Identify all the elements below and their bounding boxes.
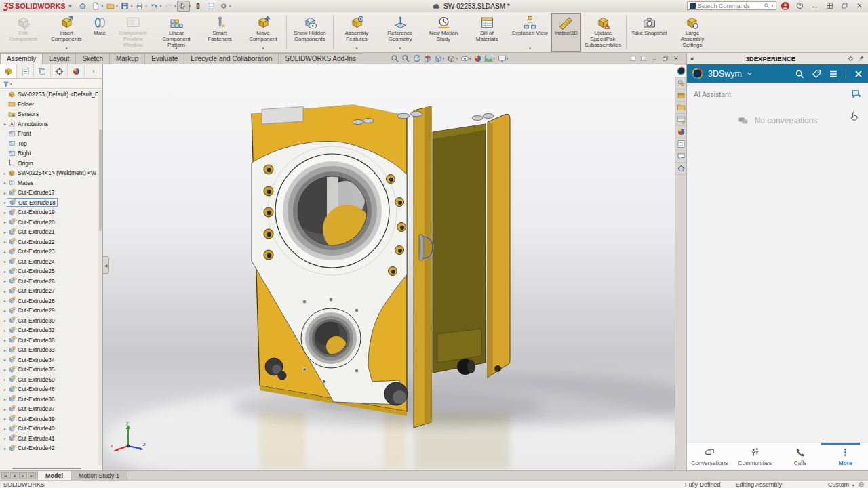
close-doc-button[interactable] xyxy=(673,55,679,62)
tree-item-front[interactable]: Front xyxy=(0,129,102,139)
menu-icon[interactable] xyxy=(829,69,838,79)
ribbon-linear-component-pattern-button[interactable]: Linear Component Pattern▾ xyxy=(155,13,198,52)
tree-tab-feature-manager[interactable] xyxy=(0,64,17,78)
tree-item-body[interactable]: Folder xyxy=(8,100,34,108)
tree-item-body[interactable]: Cut-Extrude42 xyxy=(8,445,55,452)
expand-arrow-icon[interactable]: ▸ xyxy=(2,387,8,392)
tab-scroll-button[interactable]: |◀ xyxy=(1,472,9,479)
tree-tab-configuration-manager[interactable] xyxy=(34,64,51,78)
dropdown-caret-icon[interactable]: ▾ xyxy=(399,47,401,50)
task-pane-compass-tab[interactable] xyxy=(675,65,686,77)
ribbon-reference-geometry-button[interactable]: Reference Geometry▾ xyxy=(378,13,422,52)
tree-item-cut-extrude28[interactable]: ▸Cut-Extrude28 xyxy=(0,296,102,306)
tree-item-cut-extrude27[interactable]: ▸Cut-Extrude27 xyxy=(0,286,102,296)
task-pane-ball-tab[interactable] xyxy=(675,126,686,138)
filter-funnel-icon[interactable] xyxy=(3,81,9,87)
dropdown-caret-icon[interactable]: ▾ xyxy=(176,47,178,50)
tree-item-cut-extrude35[interactable]: ▸Cut-Extrude35 xyxy=(0,365,102,375)
print-caret-icon[interactable]: ▾ xyxy=(145,4,147,8)
task-pane-gears-tab[interactable] xyxy=(675,77,686,89)
tree-item-body[interactable]: Right xyxy=(8,150,31,157)
ribbon-bill-of-materials-button[interactable]: Bill of Materials xyxy=(465,13,509,52)
headsup-zoom-area-button[interactable] xyxy=(401,54,410,63)
dropdown-caret-icon[interactable]: ▾ xyxy=(66,47,68,50)
tree-item-cut-extrude48[interactable]: ▸Cut-Extrude48 xyxy=(0,384,102,394)
minimize-button[interactable] xyxy=(651,55,658,62)
tree-item-sw-02253[interactable]: SW-02253 (Default) <Default_Displa xyxy=(0,89,102,100)
tag-icon[interactable] xyxy=(812,69,821,79)
select-cursor-caret-icon[interactable]: ▾ xyxy=(189,4,191,8)
save-button[interactable] xyxy=(119,1,132,12)
tree-item-cut-extrude17[interactable]: ▸Cut-Extrude17 xyxy=(0,188,102,198)
tree-item-cut-extrude24[interactable]: ▸Cut-Extrude24 xyxy=(0,257,102,267)
swym-app-name[interactable]: 3DSwym xyxy=(708,69,742,79)
tree-item-cut-extrude37[interactable]: ▸Cut-Extrude37 xyxy=(0,404,102,414)
tree-item-body[interactable]: SW-02254<1> (Weldment) <W xyxy=(8,169,96,177)
tree-tab-property-manager[interactable] xyxy=(17,64,34,78)
pin-icon[interactable] xyxy=(857,55,865,62)
tree-item-body[interactable]: SW-02253 (Default) <Default_Displa xyxy=(8,91,102,98)
filter-caret-icon[interactable]: ▾ xyxy=(10,82,12,86)
tree-item-cut-extrude42[interactable]: ▸Cut-Extrude42 xyxy=(0,443,102,453)
ribbon-mate-button[interactable]: Mate xyxy=(88,13,111,52)
tree-item-body[interactable]: Annotations xyxy=(8,120,48,127)
ribbon-insert-components-button[interactable]: Insert Components▾ xyxy=(45,13,88,52)
tree-item-cut-extrude19[interactable]: ▸Cut-Extrude19 xyxy=(0,207,102,218)
collapse-panel-icon[interactable]: « xyxy=(690,55,694,62)
units-selector[interactable]: Custom ▴ xyxy=(828,481,865,488)
pane-right-button[interactable] xyxy=(640,55,647,62)
tree-item-body[interactable]: Cut-Extrude18 xyxy=(7,198,58,207)
tree-item-body[interactable]: Cut-Extrude41 xyxy=(8,434,55,442)
headsup-edit-appearance-button[interactable] xyxy=(473,54,482,63)
dropdown-caret-icon[interactable]: ▾ xyxy=(469,56,471,60)
3d-model-gearbox-housing[interactable] xyxy=(103,64,675,470)
dropdown-caret-icon[interactable]: ▾ xyxy=(456,56,458,60)
tree-item-body[interactable]: Sensors xyxy=(8,110,39,118)
headsup-zoom-fit-button[interactable] xyxy=(391,54,399,63)
doc-tab-model[interactable]: Model xyxy=(37,471,71,480)
tree-item-body[interactable]: Cut-Extrude28 xyxy=(8,297,55,304)
dropdown-caret-icon[interactable]: ▾ xyxy=(356,47,358,50)
expand-arrow-icon[interactable]: ▸ xyxy=(2,180,8,185)
tree-item-mates[interactable]: ▸Mates xyxy=(0,178,102,188)
expand-arrow-icon[interactable]: ▸ xyxy=(2,367,8,372)
tab-lifecycle-and-collaboration[interactable]: Lifecycle and Collaboration xyxy=(184,53,279,64)
graphics-viewport[interactable]: ◀ y x z xyxy=(103,64,675,470)
tree-item-body[interactable]: Cut-Extrude36 xyxy=(8,395,55,403)
tab-solidworks-add-ins[interactable]: SOLIDWORKS Add-Ins xyxy=(278,53,362,64)
layout-grid-button[interactable] xyxy=(824,1,835,11)
expand-arrow-icon[interactable]: ▸ xyxy=(2,436,8,441)
tree-item-body[interactable]: Cut-Extrude22 xyxy=(8,238,55,245)
expand-arrow-icon[interactable]: ▸ xyxy=(2,407,8,411)
ribbon-instant3d-button[interactable]: Instant3D xyxy=(551,13,581,52)
tree-item-cut-extrude50[interactable]: ▸Cut-Extrude50 xyxy=(0,375,102,385)
swym-nav-more[interactable]: More xyxy=(823,443,868,470)
ribbon-smart-fasteners-button[interactable]: Smart Fasteners xyxy=(198,13,241,52)
dropdown-caret-icon[interactable]: ▾ xyxy=(443,56,445,60)
tree-item-cut-extrude21[interactable]: ▸Cut-Extrude21 xyxy=(0,227,102,237)
tree-item-cut-extrude30[interactable]: ▸Cut-Extrude30 xyxy=(0,316,102,326)
expand-arrow-icon[interactable]: ▸ xyxy=(2,377,8,382)
dropdown-caret-icon[interactable]: ▾ xyxy=(507,56,509,60)
home-button[interactable] xyxy=(77,1,90,12)
expand-arrow-icon[interactable]: ▸ xyxy=(2,239,8,244)
ribbon-new-motion-study-button[interactable]: New Motion Study xyxy=(422,13,465,52)
tree-item-sensors[interactable]: Sensors xyxy=(0,109,102,119)
tree-item-body[interactable]: Cut-Extrude29 xyxy=(8,307,55,314)
tab-scroll-button[interactable]: ◀ xyxy=(10,472,18,479)
tree-item-cut-extrude23[interactable]: ▸Cut-Extrude23 xyxy=(0,247,102,257)
expand-arrow-icon[interactable]: ▸ xyxy=(2,190,8,195)
tab-markup[interactable]: Markup xyxy=(109,53,145,64)
tree-item-right[interactable]: Right xyxy=(0,148,102,159)
expand-arrow-icon[interactable]: ▸ xyxy=(2,348,8,352)
panel-gear-icon[interactable] xyxy=(847,55,854,62)
open-caret-icon[interactable]: ▾ xyxy=(116,4,118,8)
task-pane-box-tab[interactable] xyxy=(675,89,686,102)
tree-item-body[interactable]: Cut-Extrude24 xyxy=(8,258,55,265)
tree-item-cut-extrude32[interactable]: ▸Cut-Extrude32 xyxy=(0,325,102,336)
tree-item-body[interactable]: Cut-Extrude30 xyxy=(8,317,55,324)
swym-nav-calls[interactable]: Calls xyxy=(778,443,823,470)
expand-arrow-icon[interactable]: ▸ xyxy=(2,338,8,342)
tree-item-body[interactable]: Cut-Extrude27 xyxy=(8,287,55,295)
tree-item-origin[interactable]: Origin xyxy=(0,159,102,169)
